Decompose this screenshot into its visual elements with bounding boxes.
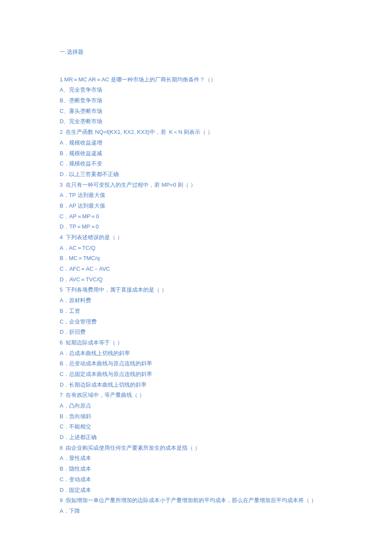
question-stem: 2 在生产函数 NQ=f(KX1, KX2, KX3)中，若 K＜N 则表示（ … <box>60 127 332 138</box>
question-stem: 1 MR＝MC AR＝AC 是哪一种市场上的厂商长期均衡条件？（） <box>60 75 332 85</box>
question-option: C．不能相交 <box>60 422 332 432</box>
question-stem: 5 下列各项费用中，属于直接成本的是（ ） <box>60 285 332 295</box>
question-stem: 8 由企业购买或使用任何生产要素所发生的成本是指（ ） <box>60 443 332 454</box>
question-option: B．总变动成本曲线与原点连线的斜率 <box>60 358 332 369</box>
question-option: A．下降 <box>60 506 332 517</box>
question-option: B．工资 <box>60 306 332 317</box>
question-option: B．负向倾斜 <box>60 411 332 422</box>
section-title: 一.选择题 <box>60 47 332 58</box>
question-option: C．规模收益不变 <box>60 159 332 169</box>
question-option: A．显性成本 <box>60 453 332 464</box>
document-page: 一.选择题 1 MR＝MC AR＝AC 是哪一种市场上的厂商长期均衡条件？（）A… <box>0 0 392 555</box>
question-option: C．AFC＝AC－AVC <box>60 264 332 275</box>
question-stem: 9 假如增加一单位产量所增加的边际成本小于产量增加前的平均成本，那么在产量增加后… <box>60 495 332 506</box>
question-option: D、完全垄断市场 <box>60 116 332 127</box>
question-option: B．MC＝TMC/q <box>60 253 332 264</box>
question-stem: 3 在只有一种可变投入的生产过程中，若 MP=0 则（ ） <box>60 180 332 191</box>
question-stem: 6 短期边际成本等于（ ） <box>60 338 332 348</box>
question-option: C．变动成本 <box>60 474 332 485</box>
question-option: D．折旧费 <box>60 327 332 338</box>
question-option: A．总成本曲线上切线的斜率 <box>60 348 332 359</box>
question-option: B．规模收益递减 <box>60 148 332 159</box>
question-stem: 7 在有效区域中，等产量曲线（ ） <box>60 390 332 401</box>
question-option: D．TP＝MP＝0 <box>60 222 332 232</box>
question-option: D．上述都正确 <box>60 432 332 443</box>
question-option: A．AC＝TC/Q <box>60 243 332 254</box>
question-option: C．AP＝MP＝0 <box>60 211 332 222</box>
question-option: D．以上三答案都不正确 <box>60 169 332 180</box>
question-option: C．企业管理费 <box>60 317 332 327</box>
question-option: C、寡头垄断市场 <box>60 106 332 117</box>
question-stem: 4 下列表述错误的是（ ） <box>60 232 332 243</box>
question-option: A．原材料费 <box>60 295 332 306</box>
question-option: B、垄断竞争市场 <box>60 95 332 106</box>
question-option: A．规模收益递增 <box>60 138 332 148</box>
question-option: C．总固定成本曲线与原点连线的斜率 <box>60 369 332 380</box>
question-option: D．AVC＝TVC/Q <box>60 275 332 285</box>
question-option: A、完全竞争市场 <box>60 85 332 95</box>
question-list: 1 MR＝MC AR＝AC 是哪一种市场上的厂商长期均衡条件？（）A、完全竞争市… <box>60 75 332 517</box>
question-option: A．TP 达到最大值 <box>60 190 332 201</box>
question-option: D．长期边际成本曲线上切线的斜率 <box>60 380 332 390</box>
question-option: A．凸向原点 <box>60 401 332 411</box>
question-option: B．AP 达到最大值 <box>60 201 332 211</box>
question-option: B．隐性成本 <box>60 464 332 474</box>
question-option: D．固定成本 <box>60 485 332 496</box>
